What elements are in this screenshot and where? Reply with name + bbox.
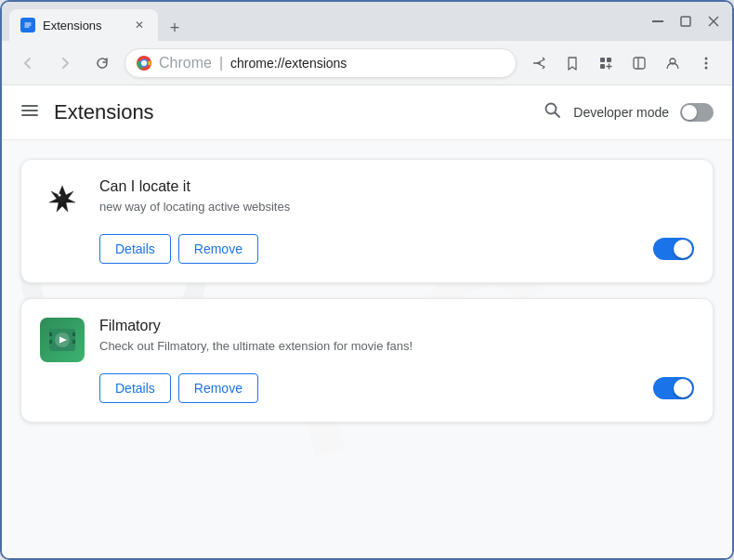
- tab-favicon-icon: [20, 18, 35, 33]
- svg-rect-27: [49, 332, 52, 336]
- extension-actions-can-locate-it: Details Remove: [99, 230, 694, 264]
- bookmark-icon[interactable]: [557, 48, 587, 78]
- profile-icon[interactable]: [658, 48, 688, 78]
- extension-card-filmatory: Filmatory Check out Filmatory, the ultim…: [20, 298, 714, 423]
- window-controls: [647, 10, 725, 33]
- tab-bar: Extensions ✕ +: [9, 2, 641, 41]
- chrome-favicon: [137, 56, 151, 71]
- tab-label: Extensions: [43, 19, 125, 33]
- svg-point-7: [141, 60, 147, 66]
- hamburger-menu-icon[interactable]: [20, 101, 39, 124]
- address-bar[interactable]: Chrome | chrome://extensions: [125, 48, 517, 78]
- browser-window: Extensions ✕ +: [0, 0, 734, 560]
- extensions-header: Extensions Developer mode: [2, 85, 732, 140]
- svg-point-23: [546, 103, 557, 113]
- close-button[interactable]: [702, 10, 725, 33]
- search-button[interactable]: [544, 101, 562, 124]
- svg-point-25: [59, 194, 61, 197]
- menu-icon[interactable]: [691, 48, 721, 78]
- forward-button[interactable]: [50, 48, 80, 78]
- svg-rect-28: [49, 340, 52, 344]
- active-tab[interactable]: Extensions ✕: [9, 9, 158, 41]
- extension-info-can-locate-it: Can I locate it new way of locating acti…: [99, 178, 694, 264]
- header-actions: Developer mode: [544, 101, 714, 124]
- extensions-list: Can I locate it new way of locating acti…: [2, 140, 732, 456]
- svg-rect-2: [681, 17, 690, 26]
- sidebar-icon[interactable]: [624, 48, 654, 78]
- svg-point-14: [705, 57, 708, 59]
- enable-toggle-filmatory[interactable]: [653, 377, 694, 399]
- details-button-filmatory[interactable]: Details: [99, 373, 171, 403]
- extension-name-filmatory: Filmatory: [99, 318, 694, 334]
- tab-close-button[interactable]: ✕: [132, 18, 147, 33]
- address-separator: Chrome: [159, 55, 212, 72]
- nav-action-icons: [524, 48, 721, 78]
- minimize-button[interactable]: [647, 10, 669, 33]
- reload-button[interactable]: [87, 48, 117, 78]
- svg-rect-29: [72, 332, 75, 336]
- svg-rect-8: [600, 58, 605, 62]
- extensions-icon[interactable]: [591, 48, 621, 78]
- address-pipe: |: [219, 55, 223, 72]
- extension-card-inner: Can I locate it new way of locating acti…: [40, 178, 694, 264]
- extension-card-can-locate-it: Can I locate it new way of locating acti…: [20, 159, 714, 283]
- maximize-button[interactable]: [675, 10, 697, 33]
- developer-mode-label: Developer mode: [573, 105, 669, 120]
- address-url: chrome://extensions: [230, 56, 505, 71]
- svg-line-24: [556, 112, 560, 117]
- svg-rect-11: [634, 58, 645, 69]
- share-icon[interactable]: [524, 48, 554, 78]
- filmatory-icon: [40, 318, 85, 362]
- svg-rect-10: [600, 64, 605, 69]
- extension-name-can-locate-it: Can I locate it: [99, 178, 694, 195]
- remove-button-filmatory[interactable]: Remove: [178, 373, 258, 403]
- svg-point-15: [705, 61, 708, 64]
- title-bar: Extensions ✕ +: [2, 2, 732, 41]
- extension-actions-filmatory: Details Remove: [99, 370, 694, 403]
- svg-rect-1: [652, 20, 663, 22]
- page-content: PC Extensions Developer mode: [2, 85, 732, 558]
- details-button-can-locate-it[interactable]: Details: [99, 234, 171, 264]
- back-button[interactable]: [13, 48, 43, 78]
- extension-info-filmatory: Filmatory Check out Filmatory, the ultim…: [99, 318, 694, 403]
- svg-rect-9: [607, 58, 611, 62]
- new-tab-button[interactable]: +: [162, 15, 188, 41]
- page-title: Extensions: [54, 100, 544, 124]
- enable-toggle-can-locate-it[interactable]: [653, 238, 694, 260]
- navigation-bar: Chrome | chrome://extensions: [2, 41, 732, 85]
- extension-desc-can-locate-it: new way of locating active websites: [99, 199, 694, 215]
- can-locate-it-icon: [40, 178, 85, 223]
- developer-mode-toggle[interactable]: [680, 103, 714, 122]
- extension-card-inner-filmatory: Filmatory Check out Filmatory, the ultim…: [40, 318, 694, 403]
- svg-rect-30: [72, 340, 75, 344]
- svg-point-16: [705, 66, 708, 69]
- remove-button-can-locate-it[interactable]: Remove: [178, 234, 258, 264]
- extension-desc-filmatory: Check out Filmatory, the ultimate extens…: [99, 338, 694, 355]
